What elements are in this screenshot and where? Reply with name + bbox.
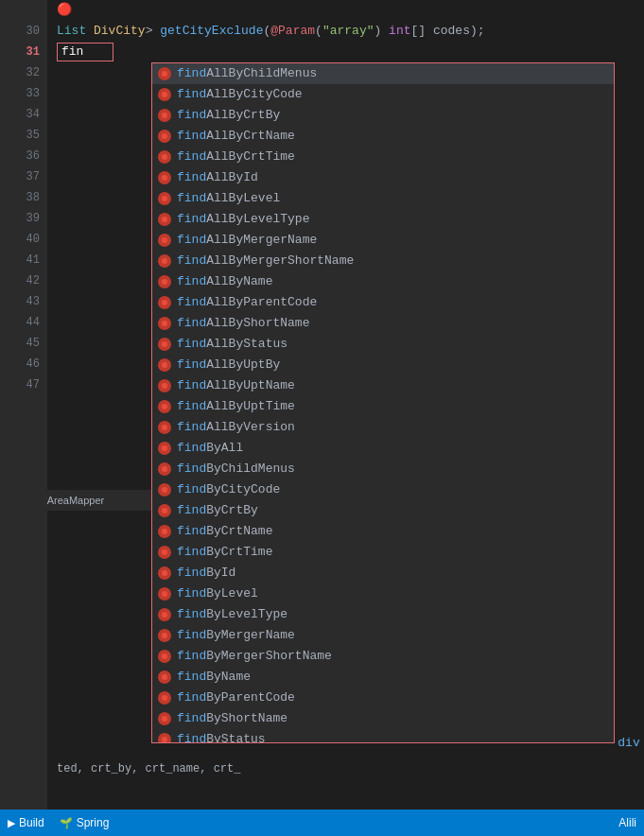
- line-number-gutter: 30 31 32 33 34 35 36 37 38 39 40 41 42 4…: [0, 0, 47, 836]
- ac-prefix: find: [177, 732, 206, 743]
- autocomplete-item[interactable]: findAllByLevelType: [152, 209, 614, 230]
- autocomplete-item-text: findAllByMergerName: [177, 230, 317, 251]
- line-num-41: 41: [0, 250, 47, 270]
- ac-suffix: AllByParentCode: [206, 295, 317, 309]
- line-num-31: 31: [0, 42, 47, 62]
- ac-suffix: AllByMergerShortName: [206, 253, 354, 268]
- line-num-36: 36: [0, 146, 47, 166]
- autocomplete-item[interactable]: findAllByUptName: [152, 375, 614, 396]
- bottom-status-bar: ▶ Build 🌱 Spring Alili: [0, 810, 644, 836]
- autocomplete-search-input[interactable]: fin: [57, 43, 113, 61]
- ac-prefix: find: [177, 649, 206, 663]
- ac-prefix: find: [177, 420, 206, 434]
- method-icon: [158, 67, 171, 80]
- autocomplete-item-text: findByAll: [177, 438, 243, 459]
- ac-suffix: ByParentCode: [206, 690, 295, 705]
- ac-prefix: find: [177, 378, 206, 392]
- autocomplete-item[interactable]: findAllByStatus: [152, 334, 614, 355]
- autocomplete-item-text: findAllByCityCode: [177, 84, 303, 105]
- line-num-30: 30: [0, 21, 47, 42]
- autocomplete-item[interactable]: findByMergerName: [152, 625, 614, 646]
- line-num-37: 37: [0, 166, 47, 187]
- ac-suffix: ByCrtBy: [206, 503, 258, 517]
- autocomplete-item[interactable]: findAllByMergerName: [152, 230, 614, 251]
- autocomplete-item[interactable]: findAllByUptBy: [152, 355, 614, 375]
- paren3: ): [374, 24, 390, 38]
- build-button[interactable]: ▶ Build: [8, 816, 44, 829]
- autocomplete-item-text: findAllByShortName: [177, 313, 309, 334]
- ac-suffix: ByLevelType: [206, 607, 287, 621]
- autocomplete-item[interactable]: findByCrtBy: [152, 500, 614, 521]
- autocomplete-item[interactable]: findByLevelType: [152, 604, 614, 625]
- autocomplete-item[interactable]: findAllById: [152, 167, 614, 188]
- autocomplete-item-text: findByParentCode: [177, 688, 295, 708]
- autocomplete-item[interactable]: findByMergerShortName: [152, 646, 614, 667]
- bottom-code-snippet: ted, crt_by, crt_name, crt_: [47, 758, 644, 779]
- string-val: "array": [322, 24, 374, 38]
- autocomplete-item[interactable]: findAllByChildMenus: [152, 63, 614, 84]
- ac-prefix: find: [177, 129, 206, 143]
- method-icon: [158, 171, 171, 184]
- ac-prefix: find: [177, 628, 206, 642]
- ac-prefix: find: [177, 337, 206, 351]
- autocomplete-item[interactable]: findByCrtName: [152, 521, 614, 542]
- autocomplete-item[interactable]: findById: [152, 563, 614, 583]
- autocomplete-item[interactable]: findAllByShortName: [152, 313, 614, 334]
- autocomplete-item[interactable]: findByLevel: [152, 583, 614, 604]
- autocomplete-item-text: findAllByParentCode: [177, 292, 317, 313]
- autocomplete-item[interactable]: findAllByName: [152, 271, 614, 292]
- type-int: int: [389, 24, 410, 38]
- autocomplete-item-text: findAllByName: [177, 271, 272, 292]
- ac-prefix: find: [177, 690, 206, 705]
- ac-prefix: find: [177, 607, 206, 621]
- ac-prefix: find: [177, 503, 206, 517]
- autocomplete-item[interactable]: findByStatus: [152, 729, 614, 743]
- ac-prefix: find: [177, 212, 206, 226]
- ac-suffix: ByStatus: [206, 732, 265, 743]
- autocomplete-item[interactable]: findByParentCode: [152, 688, 614, 708]
- autocomplete-item[interactable]: findAllByLevel: [152, 188, 614, 209]
- method-icon: [158, 712, 171, 725]
- ac-suffix: ByMergerName: [206, 628, 295, 642]
- autocomplete-item[interactable]: findAllByMergerShortName: [152, 251, 614, 271]
- autocomplete-item[interactable]: findAllByVersion: [152, 417, 614, 438]
- line-num-34: 34: [0, 104, 47, 125]
- ac-suffix: ByMergerShortName: [206, 649, 332, 663]
- method-icon: [158, 671, 171, 684]
- autocomplete-item[interactable]: findByChildMenus: [152, 459, 614, 479]
- ac-suffix: AllByCrtBy: [206, 108, 280, 122]
- ac-suffix: AllByUptBy: [206, 357, 280, 372]
- ac-suffix: AllById: [206, 170, 258, 184]
- autocomplete-item[interactable]: findAllByCrtTime: [152, 147, 614, 167]
- autocomplete-item[interactable]: findAllByCityCode: [152, 84, 614, 105]
- ac-prefix: find: [177, 566, 206, 580]
- autocomplete-dropdown[interactable]: findAllByChildMenusfindAllByCityCodefind…: [151, 62, 615, 743]
- line-num-42: 42: [0, 270, 47, 291]
- alili-text: Alili: [618, 816, 636, 829]
- ac-prefix: find: [177, 711, 206, 725]
- autocomplete-item-text: findAllByCrtTime: [177, 147, 295, 167]
- ac-suffix: ByCrtName: [206, 524, 272, 538]
- autocomplete-item-text: findAllByChildMenus: [177, 63, 317, 84]
- method-name: getCityExclude: [160, 24, 263, 38]
- spring-button[interactable]: 🌱 Spring: [60, 816, 110, 829]
- method-icon: [158, 213, 171, 226]
- method-icon: [158, 442, 171, 455]
- alili-label: Alili: [618, 816, 636, 829]
- method-icon: [158, 88, 171, 101]
- ac-prefix: find: [177, 170, 206, 184]
- autocomplete-item-text: findAllByUptName: [177, 375, 295, 396]
- autocomplete-item[interactable]: findByAll: [152, 438, 614, 459]
- autocomplete-item[interactable]: findAllByCrtName: [152, 126, 614, 147]
- autocomplete-item[interactable]: findByShortName: [152, 708, 614, 729]
- autocomplete-item[interactable]: findAllByUptTime: [152, 396, 614, 417]
- autocomplete-item[interactable]: findAllByParentCode: [152, 292, 614, 313]
- autocomplete-item[interactable]: findByCrtTime: [152, 542, 614, 563]
- method-icon: [158, 254, 171, 268]
- autocomplete-item[interactable]: findByCityCode: [152, 479, 614, 500]
- ac-prefix: find: [177, 253, 206, 268]
- autocomplete-item[interactable]: findAllByCrtBy: [152, 105, 614, 126]
- autocomplete-item[interactable]: findByName: [152, 667, 614, 688]
- ac-suffix: AllByChildMenus: [206, 66, 317, 80]
- autocomplete-item-text: findByCrtTime: [177, 542, 272, 563]
